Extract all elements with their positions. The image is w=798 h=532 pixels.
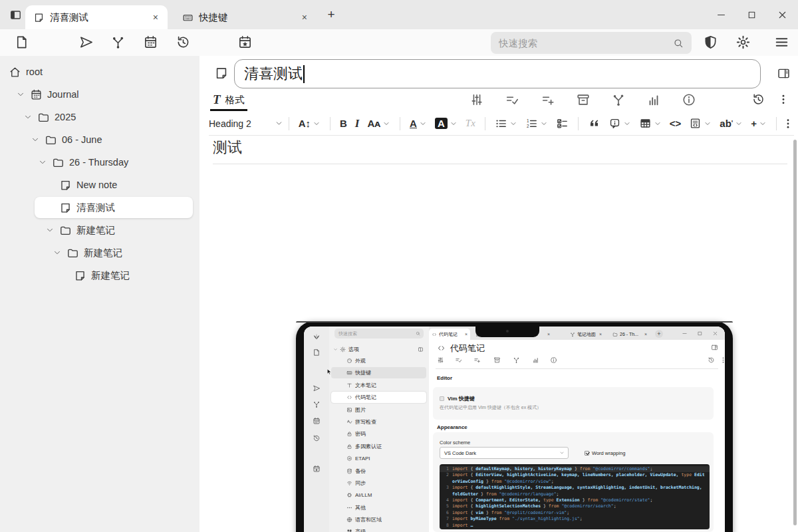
bold-button[interactable]: B (340, 118, 347, 129)
tree-item[interactable]: 2025 (0, 106, 200, 128)
ribbon-tab-format[interactable]: T 格式 (210, 90, 247, 111)
insert-button[interactable]: + (751, 118, 767, 129)
right-pane-toggle-icon (711, 344, 718, 351)
expand-chevron-icon[interactable] (38, 158, 47, 167)
trilium-app-window: 清喜测试 × 快捷键 × + rootJournal202506 - June2… (0, 0, 798, 532)
maximize-icon[interactable] (746, 9, 757, 21)
note-menu-icon[interactable] (777, 92, 789, 106)
expand-chevron-icon[interactable] (31, 135, 40, 144)
embedded-tab: 26 - Th...× (610, 329, 650, 340)
embedded-new-tab-button: + (655, 330, 663, 338)
tab-note[interactable]: 清喜测试 × (25, 5, 168, 29)
folder-icon (52, 156, 65, 169)
tree-item[interactable]: Journal (0, 83, 200, 106)
recent-changes-launcher-icon[interactable] (176, 35, 191, 50)
tree-item[interactable]: 新建笔记 (0, 264, 200, 287)
chev-icon (759, 120, 767, 128)
font-size-button[interactable]: A↕ (299, 118, 321, 129)
tab-close-icon[interactable]: × (299, 12, 310, 23)
background-color-button[interactable]: A (435, 118, 458, 129)
tree-item[interactable]: 新建笔记 (0, 219, 200, 241)
ribbon-tab-owned-attributes-icon[interactable] (505, 92, 519, 107)
embedded-settings-item: 文本笔记 (329, 380, 429, 391)
remove-format-button[interactable]: Tx (466, 118, 475, 129)
sidebar-toggle-icon[interactable] (9, 9, 22, 21)
ribbon-tab-note-map-icon[interactable] (611, 92, 626, 107)
embedded-jump-to-icon (313, 384, 321, 392)
spellcheck-icon (346, 419, 352, 425)
font-family-button[interactable]: Aᴀ (367, 118, 390, 129)
lock-icon (346, 431, 352, 437)
word-wrapping-checkbox (585, 451, 589, 456)
note-map-launcher-icon[interactable] (110, 35, 126, 50)
scrollbar-thumb[interactable] (793, 140, 797, 525)
tree-item[interactable]: 新建笔记 (0, 241, 200, 264)
jump-to-launcher-icon[interactable] (78, 35, 94, 50)
embedded-settings-label: 备份 (355, 467, 366, 475)
abbreviation-button[interactable]: ab' (720, 118, 743, 129)
calendar-launcher-icon[interactable] (143, 35, 158, 50)
expand-chevron-icon[interactable] (45, 225, 55, 235)
embedded-settings-item: 快捷键 (329, 367, 429, 378)
tree-item[interactable]: 06 - June (0, 128, 200, 151)
code-block-button[interactable] (689, 117, 712, 130)
right-pane-toggle-icon[interactable] (777, 66, 791, 80)
toolbar-more-icon[interactable] (782, 117, 794, 130)
chev-icon (450, 120, 458, 128)
keyboard-icon (346, 370, 352, 376)
bullet-list-button[interactable] (495, 117, 517, 130)
ribbon-tab-note-size-icon[interactable] (646, 92, 661, 107)
minimize-icon[interactable] (716, 9, 727, 21)
search-icon[interactable] (673, 38, 684, 49)
ribbon-tab-note-info-icon[interactable] (682, 92, 696, 107)
font-color-button[interactable]: A (410, 118, 427, 129)
expand-chevron-icon[interactable] (23, 112, 33, 122)
chev-icon (623, 120, 631, 128)
expand-chevron-icon[interactable] (16, 90, 25, 99)
tree-item[interactable]: root (0, 61, 200, 83)
embedded-settings-label: 外观 (355, 357, 366, 364)
tab-close-icon[interactable]: × (150, 12, 161, 23)
check-list-button[interactable] (556, 117, 569, 130)
note-editor[interactable]: 测试 快速搜索 选项外观快捷键文本笔记代码笔记图片拼写检查密码多因素认证ETAP… (213, 136, 787, 532)
image-icon (346, 407, 352, 413)
close-icon[interactable] (777, 9, 788, 21)
expand-chevron-icon[interactable] (53, 248, 62, 257)
embedded-settings-item: 语言和区域 (329, 514, 429, 525)
embedded-settings-item: 备份 (329, 466, 429, 477)
search-launcher-icon[interactable] (46, 35, 61, 50)
new-tab-button[interactable]: + (325, 8, 338, 21)
vim-description: 在代码笔记中启用 Vim 快捷键（不包含 ex 模式） (440, 404, 541, 411)
ribbon-tab-file-properties-icon[interactable] (576, 92, 591, 107)
divider (436, 368, 718, 369)
close-icon (712, 331, 718, 336)
italic-button[interactable]: I (355, 117, 360, 130)
quote-button[interactable] (588, 117, 600, 130)
heading-select[interactable]: Heading 2 (209, 118, 283, 129)
embedded-recent-changes-icon (313, 434, 321, 442)
new-note-launcher-icon[interactable] (14, 35, 29, 50)
settings-icon[interactable] (735, 35, 751, 50)
heading-select-value: Heading 2 (209, 118, 275, 129)
today-launcher-icon[interactable] (237, 35, 253, 50)
table-button[interactable] (639, 117, 662, 130)
tab-shortcuts[interactable]: 快捷键 × (174, 5, 317, 29)
protected-session-icon[interactable] (703, 35, 718, 50)
embedded-image[interactable]: 快速搜索 选项外观快捷键文本笔记代码笔记图片拼写检查密码多因素认证ETAPI备份… (296, 321, 733, 532)
embedded-ribbon-inherited-attributes-icon (473, 356, 481, 364)
tree-item[interactable]: 清喜测试 (0, 196, 200, 219)
ribbon-tab-inherited-attributes-icon[interactable] (541, 92, 555, 107)
menu-icon[interactable] (774, 35, 789, 50)
inline-code-button[interactable]: <> (670, 118, 682, 129)
tree-item[interactable]: New note (0, 174, 200, 196)
dots-h-icon (346, 505, 352, 511)
tree-item[interactable]: 26 - Thursday (0, 151, 200, 174)
ribbon-tab-basic-properties-icon[interactable] (469, 92, 484, 107)
numbered-list-button[interactable]: 12 (525, 117, 548, 130)
search-input[interactable] (491, 38, 673, 49)
note-title-input[interactable]: 清喜测试 (234, 59, 761, 88)
toolbar-separator (400, 117, 400, 130)
admonition-button[interactable] (608, 117, 631, 130)
revisions-icon[interactable] (751, 92, 765, 106)
chev-icon (382, 120, 390, 128)
